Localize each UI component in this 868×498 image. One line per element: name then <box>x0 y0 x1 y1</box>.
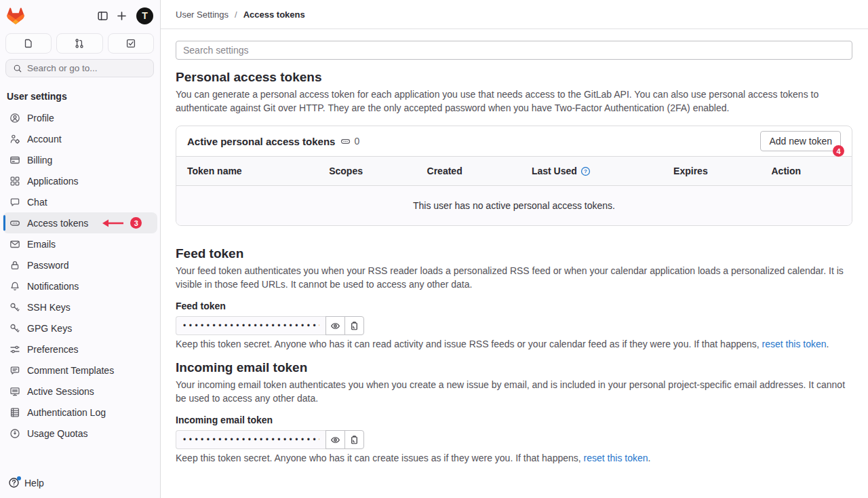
svg-text:?: ? <box>584 168 587 174</box>
breadcrumb-separator: / <box>235 9 237 20</box>
col-created: Created <box>416 157 521 186</box>
sidebar-item-label: Usage Quotas <box>27 428 88 439</box>
incoming-email-token-value-input[interactable] <box>176 430 326 449</box>
incoming-email-token-copy-button[interactable] <box>344 430 364 449</box>
active-tokens-card-header: Active personal access tokens 0 Add new … <box>176 126 852 156</box>
incoming-email-token-input-group <box>176 430 852 449</box>
col-expires: Expires <box>663 157 760 186</box>
feed-token-input-group <box>176 316 852 335</box>
active-indicator <box>3 215 5 231</box>
sidebar-item-comment-templates[interactable]: Comment Templates <box>3 360 157 381</box>
sidebar-help[interactable]: Help <box>0 472 160 498</box>
issues-shortcut-button[interactable] <box>5 33 52 54</box>
sidebar-item-billing[interactable]: Billing <box>3 149 157 170</box>
user-avatar[interactable]: T <box>136 7 153 24</box>
sidebar-header: T <box>0 0 160 29</box>
col-token-name: Token name <box>176 157 318 186</box>
eye-icon <box>330 435 340 445</box>
merge-requests-shortcut-button[interactable] <box>56 33 102 54</box>
profile-icon <box>9 113 20 123</box>
question-circle-icon[interactable]: ? <box>580 166 591 176</box>
active-tokens-card: Active personal access tokens 0 Add new … <box>176 126 852 226</box>
personal-access-tokens-title: Personal access tokens <box>176 70 852 85</box>
incoming-email-token-description: Your incoming email token authenticates … <box>176 379 852 405</box>
comment-lines-icon <box>9 365 20 376</box>
key-icon <box>9 323 20 334</box>
feed-token-label: Feed token <box>176 301 852 311</box>
lock-icon <box>9 260 20 271</box>
sidebar-item-ssh-keys[interactable]: SSH Keys <box>3 296 157 318</box>
feed-token-value-input[interactable] <box>176 316 326 335</box>
eye-icon <box>330 321 340 331</box>
breadcrumb-user-settings[interactable]: User Settings <box>176 9 229 20</box>
monitor-icon <box>9 386 20 397</box>
incoming-email-token-note: Keep this token secret. Anyone who has i… <box>176 453 852 463</box>
token-count-value: 0 <box>354 136 359 147</box>
chat-icon <box>9 197 20 208</box>
sidebar-item-password[interactable]: Password <box>3 254 157 275</box>
sidebar-item-preferences[interactable]: Preferences <box>3 339 157 360</box>
account-icon <box>9 134 20 145</box>
sidebar-item-label: SSH Keys <box>27 302 71 313</box>
settings-content: Personal access tokens You can generate … <box>161 29 868 463</box>
feed-token-reveal-button[interactable] <box>326 316 345 335</box>
help-notification-dot <box>17 476 21 480</box>
tokens-empty-row: This user has no active personal access … <box>176 186 852 226</box>
add-new-token-button[interactable]: Add new token <box>760 131 841 151</box>
annotation-badge-3: 3 <box>130 217 142 229</box>
incoming-email-reset-token-link[interactable]: reset this token <box>584 453 648 463</box>
gitlab-logo-icon[interactable] <box>7 7 24 24</box>
sidebar-toggle-button[interactable] <box>93 6 112 25</box>
clipboard-copy-icon <box>349 321 359 331</box>
active-tokens-title: Active personal access tokens <box>187 136 335 147</box>
sidebar-item-account[interactable]: Account <box>3 128 157 149</box>
main-area: User Settings / Access tokens Personal a… <box>161 0 868 498</box>
sidebar-item-usage-quotas[interactable]: Usage Quotas <box>3 423 157 444</box>
tokens-empty-message: This user has no active personal access … <box>176 186 852 226</box>
sidebar-section-title: User settings <box>0 77 160 107</box>
feed-token-copy-button[interactable] <box>344 316 364 335</box>
sidebar-item-authentication-log[interactable]: Authentication Log <box>3 402 157 423</box>
token-icon <box>340 136 351 147</box>
key-icon <box>9 302 20 313</box>
token-icon <box>9 218 20 229</box>
breadcrumb-current: Access tokens <box>243 9 305 20</box>
feed-token-description: Your feed token authenticates you when y… <box>176 265 852 291</box>
search-or-goto[interactable]: Search or go to... <box>5 59 154 77</box>
todos-shortcut-button[interactable] <box>108 33 154 54</box>
sidebar-item-label: Preferences <box>27 344 78 355</box>
sidebar-item-applications[interactable]: Applications <box>3 170 157 191</box>
log-icon <box>9 407 20 418</box>
sidebar-item-active-sessions[interactable]: Active Sessions <box>3 381 157 402</box>
bell-icon <box>9 281 20 292</box>
sidebar-item-emails[interactable]: Emails <box>3 233 157 254</box>
sidebar-nav: Profile Account Billing Applications <box>0 107 160 444</box>
create-new-plus-button[interactable] <box>112 6 131 25</box>
sidebar-shortcuts <box>0 29 160 54</box>
col-action: Action <box>761 157 852 186</box>
sidebar-item-notifications[interactable]: Notifications <box>3 275 157 296</box>
sidebar-item-label: Notifications <box>27 281 79 292</box>
feed-reset-token-link[interactable]: reset this token <box>762 339 827 349</box>
sidebar-item-label: Authentication Log <box>27 407 106 418</box>
sidebar-item-profile[interactable]: Profile <box>3 107 157 128</box>
help-label: Help <box>24 478 44 489</box>
billing-icon <box>9 155 20 166</box>
sidebar-item-label: GPG Keys <box>27 323 72 334</box>
sidebar-search-placeholder: Search or go to... <box>27 63 98 73</box>
incoming-email-token-reveal-button[interactable] <box>326 430 345 449</box>
feed-token-note: Keep this token secret. Anyone who has i… <box>176 339 852 349</box>
col-scopes: Scopes <box>318 157 416 186</box>
sidebar-item-label: Account <box>27 134 62 145</box>
search-settings-input[interactable] <box>176 41 852 60</box>
sidebar-item-label: Chat <box>27 197 47 208</box>
sidebar-item-access-tokens[interactable]: Access tokens 3 <box>3 212 157 233</box>
quota-icon <box>9 428 20 439</box>
sidebar-item-gpg-keys[interactable]: GPG Keys <box>3 318 157 339</box>
active-tokens-count: 0 <box>340 136 359 147</box>
sidebar-item-chat[interactable]: Chat <box>3 191 157 212</box>
mail-icon <box>9 239 20 250</box>
col-last-used: Last Used ? <box>521 157 663 186</box>
sidebar-item-label: Password <box>27 260 68 271</box>
search-icon <box>13 64 22 73</box>
